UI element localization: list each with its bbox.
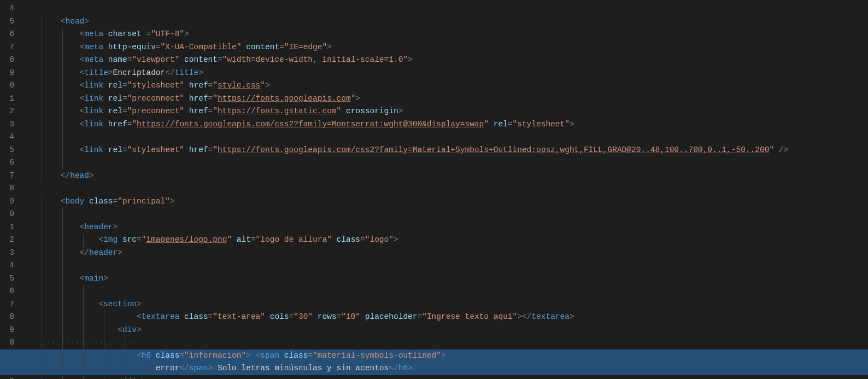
token-txt [279,351,284,360]
token-str: "10" [341,312,360,321]
token-punct: > [570,312,574,321]
token-punct: > [89,171,94,180]
code-line[interactable] [32,2,868,15]
code-line[interactable] [32,156,868,170]
token-link: https://fonts.googleapis.com/css2?family… [218,145,769,154]
token-punct: > [570,120,574,129]
token-txt [360,312,365,321]
token-attr: rel [108,94,122,103]
token-punct: = [208,94,213,103]
token-txt [103,107,108,115]
token-str: " [213,94,218,103]
token-punct: = [137,235,142,244]
code-line[interactable]: </div> [32,375,868,380]
token-str: "IE=edge" [284,43,327,51]
code-line[interactable]: <img src="imagenes/logo.png" alt="logo d… [32,234,868,247]
token-str: " [213,81,218,90]
token-txt: error [156,364,180,372]
token-tag: meta [84,43,103,51]
code-line[interactable]: <meta http-equiv="X-UA-Compatible" conte… [32,41,868,54]
code-line[interactable] [32,259,868,272]
token-punct: > [137,325,142,334]
code-line[interactable]: <main> [32,272,868,285]
code-line[interactable]: <div> [32,324,868,337]
token-punct: > [355,94,360,103]
token-str: " [227,235,232,244]
token-str: "logo de allura" [256,235,332,244]
code-line[interactable]: <link rel="stylesheet" href="style.css"> [32,79,868,92]
line-number: 5 [0,144,14,157]
line-number: 2 [0,105,14,118]
token-attr: content [184,55,218,64]
token-punct: > [137,300,142,308]
line-number: 0 [0,79,14,92]
token-punct: > [441,351,446,360]
code-line[interactable]: <link rel="preconnect" href="https://fon… [32,105,868,118]
token-txt [232,235,237,244]
code-line[interactable]: <link rel="stylesheet" href="https://fon… [32,144,868,157]
token-txt [103,145,108,154]
code-line[interactable]: <body class="principal"> [32,195,868,208]
token-tag: body [66,197,85,206]
line-number: 6 [0,28,14,41]
code-line[interactable] [32,182,868,195]
token-tag: link [84,81,103,90]
code-line[interactable]: <title>Encriptador</title> [32,67,868,80]
code-line[interactable]: <section> [32,298,868,311]
token-str: "stylesheet" [127,145,184,154]
token-punct: > [208,364,213,372]
line-number: 6 [0,156,14,170]
code-line[interactable]: <link rel="preconnect" href="https://fon… [32,92,868,106]
token-punct: = [251,235,256,244]
token-txt [103,120,108,129]
line-number: 2 [0,234,14,247]
code-line[interactable]: ····················<h6 class="informaci… [32,349,868,363]
code-line[interactable]: <head> [32,15,868,28]
code-line[interactable]: <meta name="viewport" content="width=dev… [32,54,868,67]
token-punct: > [408,55,413,64]
code-line[interactable]: <textarea class="text-area" cols="30" ro… [32,311,868,324]
token-txt [103,94,108,103]
token-txt [151,351,156,360]
code-line[interactable]: <meta charset ="UTF-8"> [32,28,868,41]
line-number: 0 [0,336,14,349]
code-line[interactable]: </head> [32,170,868,183]
code-line[interactable] [32,131,868,144]
token-txt [103,81,108,90]
token-punct: ></ [517,312,531,321]
line-number: 7 [0,298,14,311]
line-number: 7 [0,170,14,183]
code-line[interactable]: <link href="https://fonts.googleapis.com… [32,118,868,131]
token-tag: header [84,223,113,231]
token-str: "UTF-8" [151,30,184,38]
line-number: 1 [0,221,14,234]
token-attr: href [108,120,127,129]
token-punct: = [113,197,118,206]
code-line[interactable]: ························error</span> Sol… [32,362,868,375]
code-line[interactable]: </header> [32,247,868,260]
token-attr: src [122,235,137,244]
token-tag: link [84,94,103,103]
code-line[interactable]: <header> [32,221,868,234]
code-line[interactable] [32,285,868,298]
token-punct: > [84,17,89,26]
token-str: " [337,107,342,115]
token-tag: link [84,107,103,115]
token-link: style.css [218,81,260,90]
token-link: https://fonts.gstatic.com [218,107,337,115]
token-tag: h6 [398,364,408,372]
token-str: "30" [294,312,313,321]
code-line[interactable]: ···················· [32,336,868,349]
code-line[interactable] [32,208,868,221]
token-txt [118,312,137,321]
token-attr: href [189,145,208,154]
token-attr: name [108,55,127,64]
token-tag: link [84,120,103,129]
token-txt [184,94,189,103]
token-tag: title [84,68,108,77]
token-str: "stylesheet" [513,120,570,129]
code-area[interactable]: <head> <meta charset ="UTF-8"> <meta htt… [32,0,868,379]
code-editor[interactable]: 456789012345678901234567890123 <head> <m… [0,0,868,379]
token-str: "principal" [118,197,170,206]
token-tag: img [103,235,118,244]
